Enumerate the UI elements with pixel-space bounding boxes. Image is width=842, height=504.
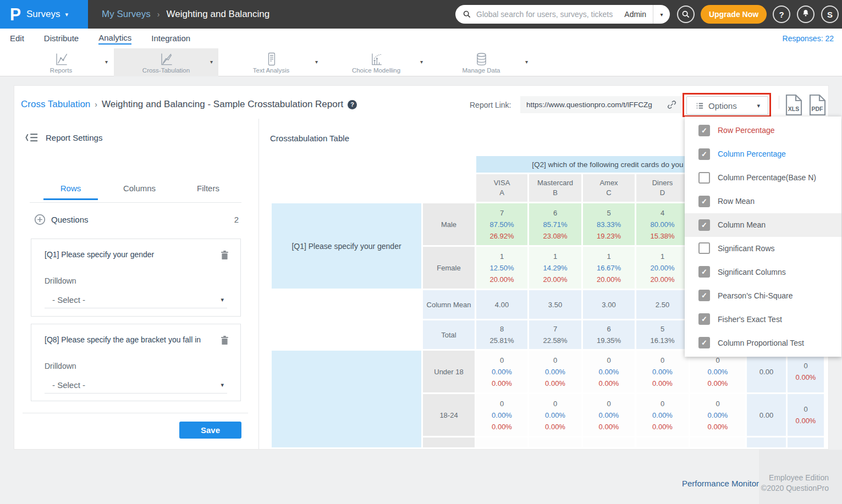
nav-item-integration[interactable]: Integration: [151, 34, 190, 44]
question-label-cell: [272, 351, 421, 447]
report-link-input[interactable]: [520, 101, 667, 109]
choice-modelling-icon: [369, 52, 384, 67]
export-pdf-button[interactable]: PDF: [807, 94, 828, 115]
chevron-down-icon[interactable]: ▾: [105, 59, 108, 65]
performance-monitor-link[interactable]: Performance Monitor: [682, 479, 759, 488]
chevron-down-icon[interactable]: ▾: [210, 59, 213, 65]
nav-item-analytics[interactable]: Analytics: [98, 33, 131, 45]
drilldown-select[interactable]: - Select -▾: [45, 377, 227, 394]
checkbox-checked[interactable]: ✓: [698, 219, 710, 231]
checkbox-checked[interactable]: ✓: [698, 290, 710, 301]
crosstab-cell: 00.00%0.00%: [583, 394, 635, 436]
crosstab-cell: 114.29%20.00%: [529, 247, 581, 289]
crosstab-cell: 0.00: [747, 351, 786, 392]
report-link-field: [520, 96, 681, 113]
checkbox-unchecked[interactable]: [698, 172, 710, 184]
options-menu-item-significant-rows[interactable]: Significant Rows: [685, 237, 841, 261]
options-menu-item-row-percentage[interactable]: ✓Row Percentage: [685, 119, 841, 142]
row-label-cell: Total: [423, 320, 475, 349]
report-title: Weighting and Balancing - Sample Crossta…: [102, 99, 343, 110]
options-menu-item-column-percentage-base-n[interactable]: Column Percentage(Base N): [685, 166, 841, 190]
nav-item-distribute[interactable]: Distribute: [44, 34, 79, 44]
toolbar-item-choice-modelling[interactable]: Choice Modelling▾: [324, 48, 428, 76]
options-menu-item-label: Column Mean: [718, 220, 766, 229]
options-menu-item-label: Row Mean: [718, 197, 755, 206]
line-chart-icon: [54, 52, 69, 67]
crosstab-cell: 116.67%20.00%: [583, 247, 635, 289]
checkbox-checked[interactable]: ✓: [698, 125, 710, 136]
chevron-down-icon: ▾: [221, 381, 224, 389]
breadcrumb-my-surveys[interactable]: My Surveys: [102, 9, 151, 20]
questions-label: Questions: [51, 215, 89, 224]
options-menu-item-column-mean[interactable]: ✓Column Mean: [685, 213, 841, 237]
report-link-label: Report Link:: [470, 101, 511, 109]
options-menu-item-fisher-s-exact-test[interactable]: ✓Fisher's Exact Test: [685, 307, 841, 331]
toolbar-item-label: Manage Data: [462, 67, 500, 74]
cross-tabulation-link[interactable]: Cross Tabulation: [21, 99, 90, 110]
help-button[interactable]: ?: [773, 5, 790, 23]
tab-columns[interactable]: Columns: [105, 184, 174, 200]
chevron-down-icon: ▾: [221, 296, 224, 303]
crosstab-cell: 112.50%20.00%: [476, 247, 527, 289]
xls-file-icon-label: XLS: [788, 106, 799, 112]
checkbox-unchecked[interactable]: [698, 242, 710, 254]
options-menu-item-significant-columns[interactable]: ✓Significant Columns: [685, 260, 841, 284]
checkbox-checked[interactable]: ✓: [698, 196, 710, 207]
toolbar-item-text-analysis[interactable]: Text Analysis▾: [219, 48, 323, 76]
crosstab-cell: 4.00: [476, 290, 527, 319]
avatar[interactable]: S: [821, 5, 839, 23]
survey-nav: EditDistributeAnalyticsIntegration Respo…: [0, 29, 842, 48]
column-header-cell-amex: AmexC: [583, 174, 635, 202]
report-settings-icon[interactable]: [25, 132, 38, 142]
help-icon[interactable]: ?: [348, 100, 357, 109]
link-icon[interactable]: [667, 99, 677, 110]
row-label-cell: Female: [423, 247, 475, 289]
options-menu-item-row-mean[interactable]: ✓Row Mean: [685, 190, 841, 213]
question-title: [Q1] Please specify your gender: [45, 250, 213, 259]
options-menu-item-label: Pearson's Chi-Square: [718, 291, 793, 300]
checkbox-checked[interactable]: ✓: [698, 337, 710, 348]
report-header: Cross Tabulation › Weighting and Balanci…: [14, 86, 828, 119]
tab-rows[interactable]: Rows: [36, 184, 105, 200]
drilldown-label: Drilldown: [45, 276, 76, 285]
chevron-down-icon[interactable]: ▾: [525, 59, 528, 65]
chevron-down-icon[interactable]: ▾: [420, 59, 423, 65]
options-button[interactable]: Options ▾: [686, 96, 768, 115]
crosstab-cell: 00.00%0.00%: [583, 351, 635, 392]
search-scope-selector[interactable]: Admin: [624, 10, 646, 19]
breadcrumb-current: Weighting and Balancing: [166, 9, 269, 20]
settings-panel-title: Report Settings: [46, 133, 102, 142]
options-menu-item-column-percentage[interactable]: ✓Column Percentage: [685, 142, 841, 166]
options-menu-item-pearson-s-chi-square[interactable]: ✓Pearson's Chi-Square: [685, 284, 841, 307]
crosstab-cell: 3.50: [529, 290, 581, 319]
checkbox-checked[interactable]: ✓: [698, 148, 710, 160]
tab-filters[interactable]: Filters: [174, 184, 243, 200]
export-xls-button[interactable]: XLS: [784, 94, 804, 115]
drilldown-select[interactable]: - Select -▾: [45, 292, 227, 308]
upgrade-now-button[interactable]: Upgrade Now: [701, 5, 767, 24]
cross-tab-chart-icon: [159, 52, 174, 67]
search-input[interactable]: [476, 10, 624, 19]
breadcrumb-separator: ›: [95, 100, 97, 109]
chevron-down-icon[interactable]: ▾: [315, 59, 318, 65]
nav-item-edit[interactable]: Edit: [10, 34, 24, 44]
chevron-down-icon[interactable]: ▾: [653, 12, 670, 18]
checkbox-checked[interactable]: ✓: [698, 313, 710, 325]
toolbar-item-cross-tabulation[interactable]: Cross-Tabulation▾: [114, 48, 218, 76]
toolbar-item-manage-data[interactable]: Manage Data▾: [429, 48, 533, 76]
divider: [23, 413, 248, 413]
checkbox-checked[interactable]: ✓: [698, 266, 710, 278]
toolbar-item-reports[interactable]: Reports▾: [9, 48, 113, 76]
spacer-cell: [272, 174, 475, 202]
trash-icon[interactable]: [220, 335, 229, 346]
search-button[interactable]: [677, 5, 695, 23]
notifications-button[interactable]: [797, 5, 815, 23]
spacer-cell: [272, 156, 475, 173]
column-header-cell-mastercard: MastercardB: [529, 174, 581, 202]
options-menu-item-column-proportional-test[interactable]: ✓Column Proportional Test: [685, 331, 841, 355]
product-menu[interactable]: P Surveys ▾: [0, 0, 88, 29]
trash-icon[interactable]: [220, 250, 229, 261]
global-search: Admin ▾: [455, 5, 670, 24]
circle-plus-icon[interactable]: [34, 214, 46, 225]
save-button[interactable]: Save: [179, 422, 241, 439]
